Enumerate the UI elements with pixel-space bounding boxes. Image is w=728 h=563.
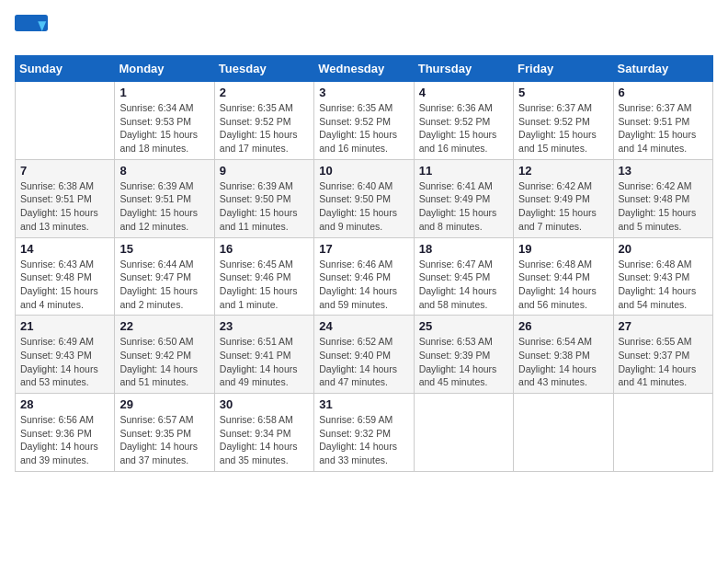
day-number: 23: [220, 319, 309, 333]
day-number: 13: [619, 164, 708, 178]
calendar-cell: [16, 82, 115, 160]
day-info: Sunrise: 6:51 AMSunset: 9:41 PMDaylight:…: [220, 335, 309, 389]
calendar-table: SundayMondayTuesdayWednesdayThursdayFrid…: [15, 55, 713, 472]
day-info: Sunrise: 6:45 AMSunset: 9:46 PMDaylight:…: [220, 258, 309, 312]
weekday-header-tuesday: Tuesday: [214, 56, 313, 82]
calendar-cell: [613, 394, 712, 472]
day-number: 21: [20, 319, 109, 333]
day-number: 7: [20, 164, 109, 178]
day-info: Sunrise: 6:41 AMSunset: 9:49 PMDaylight:…: [419, 179, 508, 234]
day-number: 25: [419, 319, 508, 333]
calendar-cell: 24Sunrise: 6:52 AMSunset: 9:40 PMDayligh…: [314, 316, 414, 394]
day-info: Sunrise: 6:54 AMSunset: 9:38 PMDaylight:…: [518, 335, 608, 389]
week-row-1: 7Sunrise: 6:38 AMSunset: 9:51 PMDaylight…: [16, 159, 713, 237]
day-info: Sunrise: 6:53 AMSunset: 9:39 PMDaylight:…: [419, 335, 508, 389]
calendar-cell: 14Sunrise: 6:43 AMSunset: 9:48 PMDayligh…: [16, 237, 115, 316]
day-number: 28: [20, 397, 109, 411]
calendar-cell: 18Sunrise: 6:47 AMSunset: 9:45 PMDayligh…: [414, 237, 513, 316]
day-number: 2: [220, 86, 309, 99]
calendar-cell: 10Sunrise: 6:40 AMSunset: 9:50 PMDayligh…: [314, 159, 414, 237]
calendar-cell: 16Sunrise: 6:45 AMSunset: 9:46 PMDayligh…: [214, 237, 313, 316]
calendar-cell: 27Sunrise: 6:55 AMSunset: 9:37 PMDayligh…: [613, 316, 712, 394]
day-number: 18: [419, 242, 508, 256]
day-info: Sunrise: 6:48 AMSunset: 9:43 PMDaylight:…: [619, 258, 708, 312]
day-info: Sunrise: 6:57 AMSunset: 9:35 PMDaylight:…: [119, 413, 209, 467]
weekday-header-wednesday: Wednesday: [314, 56, 414, 82]
day-number: 11: [419, 164, 508, 178]
weekday-header-saturday: Saturday: [613, 56, 712, 82]
header: [15, 15, 713, 48]
week-row-0: 1Sunrise: 6:34 AMSunset: 9:53 PMDaylight…: [16, 82, 713, 160]
calendar-cell: 3Sunrise: 6:35 AMSunset: 9:52 PMDaylight…: [314, 82, 414, 160]
calendar-cell: 7Sunrise: 6:38 AMSunset: 9:51 PMDaylight…: [16, 159, 115, 237]
calendar-cell: 23Sunrise: 6:51 AMSunset: 9:41 PMDayligh…: [214, 316, 313, 394]
day-info: Sunrise: 6:40 AMSunset: 9:50 PMDaylight:…: [319, 179, 408, 234]
calendar-cell: 9Sunrise: 6:39 AMSunset: 9:50 PMDaylight…: [214, 159, 313, 237]
logo-icon: [15, 15, 48, 48]
day-info: Sunrise: 6:58 AMSunset: 9:34 PMDaylight:…: [220, 413, 309, 467]
day-number: 17: [319, 242, 408, 256]
weekday-header-sunday: Sunday: [16, 56, 115, 82]
week-row-4: 28Sunrise: 6:56 AMSunset: 9:36 PMDayligh…: [16, 394, 713, 472]
svg-rect-1: [15, 31, 48, 48]
day-number: 3: [319, 86, 408, 99]
calendar-cell: 8Sunrise: 6:39 AMSunset: 9:51 PMDaylight…: [115, 159, 214, 237]
day-number: 19: [518, 242, 608, 256]
day-info: Sunrise: 6:42 AMSunset: 9:49 PMDaylight:…: [518, 179, 608, 234]
calendar-cell: [514, 394, 613, 472]
day-info: Sunrise: 6:42 AMSunset: 9:48 PMDaylight:…: [619, 179, 708, 234]
week-row-2: 14Sunrise: 6:43 AMSunset: 9:48 PMDayligh…: [16, 237, 713, 316]
day-info: Sunrise: 6:44 AMSunset: 9:47 PMDaylight:…: [119, 258, 209, 312]
calendar-body: 1Sunrise: 6:34 AMSunset: 9:53 PMDaylight…: [16, 82, 713, 472]
weekday-header-monday: Monday: [115, 56, 214, 82]
calendar-cell: 29Sunrise: 6:57 AMSunset: 9:35 PMDayligh…: [115, 394, 214, 472]
day-info: Sunrise: 6:52 AMSunset: 9:40 PMDaylight:…: [319, 335, 408, 389]
day-info: Sunrise: 6:37 AMSunset: 9:52 PMDaylight:…: [518, 101, 608, 155]
day-number: 27: [619, 319, 708, 333]
day-info: Sunrise: 6:48 AMSunset: 9:44 PMDaylight:…: [518, 258, 608, 312]
day-info: Sunrise: 6:55 AMSunset: 9:37 PMDaylight:…: [619, 335, 708, 389]
day-number: 15: [119, 242, 209, 256]
calendar-header: SundayMondayTuesdayWednesdayThursdayFrid…: [16, 56, 713, 82]
week-row-3: 21Sunrise: 6:49 AMSunset: 9:43 PMDayligh…: [16, 316, 713, 394]
calendar-cell: 30Sunrise: 6:58 AMSunset: 9:34 PMDayligh…: [214, 394, 313, 472]
day-number: 8: [119, 164, 209, 178]
day-number: 20: [619, 242, 708, 256]
day-info: Sunrise: 6:34 AMSunset: 9:53 PMDaylight:…: [119, 101, 209, 155]
day-number: 1: [119, 86, 209, 99]
day-info: Sunrise: 6:46 AMSunset: 9:46 PMDaylight:…: [319, 258, 408, 312]
weekday-row: SundayMondayTuesdayWednesdayThursdayFrid…: [16, 56, 713, 82]
day-number: 5: [518, 86, 608, 99]
calendar-cell: 15Sunrise: 6:44 AMSunset: 9:47 PMDayligh…: [115, 237, 214, 316]
calendar-cell: 1Sunrise: 6:34 AMSunset: 9:53 PMDaylight…: [115, 82, 214, 160]
day-number: 10: [319, 164, 408, 178]
day-number: 31: [319, 397, 408, 411]
day-number: 4: [419, 86, 508, 99]
day-number: 29: [119, 397, 209, 411]
day-info: Sunrise: 6:35 AMSunset: 9:52 PMDaylight:…: [220, 101, 309, 155]
day-number: 24: [319, 319, 408, 333]
calendar-cell: 11Sunrise: 6:41 AMSunset: 9:49 PMDayligh…: [414, 159, 513, 237]
weekday-header-friday: Friday: [514, 56, 613, 82]
weekday-header-thursday: Thursday: [414, 56, 513, 82]
day-info: Sunrise: 6:50 AMSunset: 9:42 PMDaylight:…: [119, 335, 209, 389]
calendar-cell: 17Sunrise: 6:46 AMSunset: 9:46 PMDayligh…: [314, 237, 414, 316]
calendar-cell: [414, 394, 513, 472]
calendar-cell: 6Sunrise: 6:37 AMSunset: 9:51 PMDaylight…: [613, 82, 712, 160]
day-number: 26: [518, 319, 608, 333]
calendar-cell: 22Sunrise: 6:50 AMSunset: 9:42 PMDayligh…: [115, 316, 214, 394]
calendar-cell: 20Sunrise: 6:48 AMSunset: 9:43 PMDayligh…: [613, 237, 712, 316]
calendar-cell: 2Sunrise: 6:35 AMSunset: 9:52 PMDaylight…: [214, 82, 313, 160]
calendar-cell: 21Sunrise: 6:49 AMSunset: 9:43 PMDayligh…: [16, 316, 115, 394]
calendar-cell: 19Sunrise: 6:48 AMSunset: 9:44 PMDayligh…: [514, 237, 613, 316]
day-info: Sunrise: 6:56 AMSunset: 9:36 PMDaylight:…: [20, 413, 109, 467]
day-info: Sunrise: 6:59 AMSunset: 9:32 PMDaylight:…: [319, 413, 408, 467]
day-number: 14: [20, 242, 109, 256]
calendar-cell: 4Sunrise: 6:36 AMSunset: 9:52 PMDaylight…: [414, 82, 513, 160]
day-number: 16: [220, 242, 309, 256]
day-info: Sunrise: 6:37 AMSunset: 9:51 PMDaylight:…: [619, 101, 708, 155]
logo: [15, 15, 51, 48]
day-number: 9: [220, 164, 309, 178]
calendar-cell: 28Sunrise: 6:56 AMSunset: 9:36 PMDayligh…: [16, 394, 115, 472]
calendar-cell: 26Sunrise: 6:54 AMSunset: 9:38 PMDayligh…: [514, 316, 613, 394]
